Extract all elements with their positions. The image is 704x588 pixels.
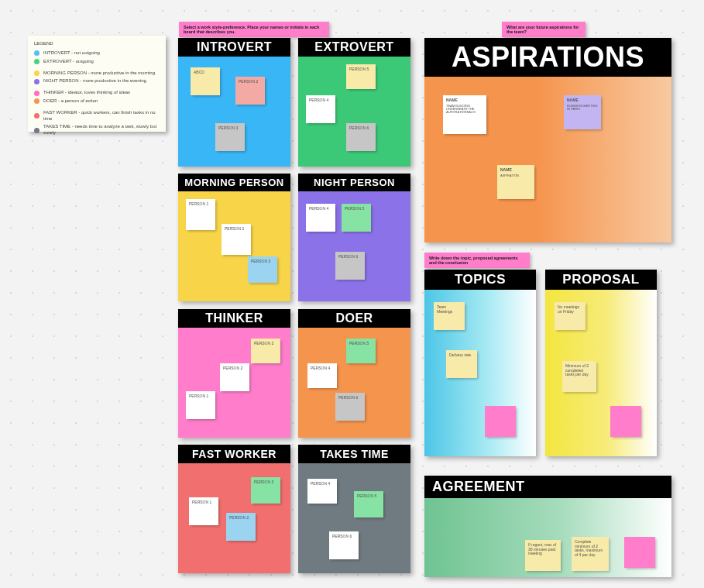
sticky-note[interactable]: PERSON 6 — [346, 123, 376, 151]
board-doer[interactable]: DOER PERSON 5 PERSON 4 PERSON 6 — [298, 309, 410, 438]
board-extrovert[interactable]: EXTROVERT PERSON 5 PERSON 4 PERSON 6 — [298, 38, 410, 167]
board-fast-title: FAST WORKER — [178, 445, 290, 463]
sticky-note[interactable]: Team Meetings — [434, 302, 465, 330]
board-thinker[interactable]: THINKER PERSON 3 PERSON 2 PERSON 1 — [178, 309, 290, 438]
legend-dot-icon — [34, 113, 39, 119]
board-agreement-title: AGREEMENT — [424, 476, 671, 498]
legend-dot-icon — [34, 70, 39, 76]
note-body: ASPIRATION — [500, 174, 531, 177]
board-topics[interactable]: TOPICS Team Meetings Delivery rate — [424, 270, 536, 456]
sticky-note[interactable]: PERSON 2 — [222, 224, 251, 255]
legend-text: THINKER - ideator, loves thinking of ide… — [43, 90, 130, 96]
legend-text: DOER - a person of action — [43, 98, 98, 105]
legend-item: INTROVERT - not outgoing — [34, 50, 160, 57]
sticky-note[interactable]: PERSON 3 — [215, 123, 245, 151]
legend-text: EXTROVERT - outgoing — [43, 59, 94, 65]
sticky-note[interactable]: PERSON 1 — [186, 391, 215, 419]
sticky-note[interactable]: ABCD — [191, 67, 220, 95]
legend-dot-icon — [34, 59, 39, 64]
legend-text: MORNING PERSON - more productive in the … — [43, 70, 155, 77]
note-body: TEAM BUILDING UNDERNEATH THE AURORA BORE… — [446, 105, 483, 115]
sticky-note[interactable]: PERSON 3 — [248, 256, 277, 283]
board-proposal-title: PROPOSAL — [545, 270, 657, 290]
sticky-note[interactable] — [485, 406, 516, 437]
board-topics-title: TOPICS — [424, 270, 536, 290]
sticky-note[interactable]: PERSON 5 — [346, 339, 376, 363]
board-morning[interactable]: MORNING PERSON PERSON 1 PERSON 2 PERSON … — [178, 174, 290, 301]
sticky-note[interactable]: PERSON 4 — [307, 363, 337, 388]
sticky-note[interactable]: PERSON 5 — [346, 64, 376, 89]
board-takes-title: TAKES TIME — [298, 445, 410, 463]
sticky-note[interactable]: PERSON 1 — [186, 199, 215, 230]
sticky-note[interactable]: PERSON 1 — [189, 497, 218, 525]
legend-text: INTROVERT - not outgoing — [43, 50, 100, 57]
sticky-note[interactable] — [624, 537, 655, 568]
sticky-note[interactable]: Minimum of 2 completed tasks per day — [562, 361, 596, 392]
banner-workstyle: Select a work style-preference. Place yo… — [179, 22, 329, 37]
sticky-note[interactable]: PERSON 5 — [354, 491, 383, 518]
board-extrovert-title: EXTROVERT — [298, 38, 410, 57]
sticky-note[interactable]: PERSON 6 — [335, 393, 365, 421]
sticky-note[interactable]: NAME ASPIRATION — [497, 165, 534, 199]
board-aspirations-title: ASPIRATIONS — [424, 38, 671, 77]
board-introvert[interactable]: INTROVERT ABCD PERSON 2 PERSON 3 — [178, 38, 290, 167]
sticky-note[interactable]: NAME BUSINESS MEETING IN PARIS — [564, 95, 601, 129]
sticky-note[interactable]: PERSON 3 — [251, 477, 280, 504]
legend-title: LEGEND — [34, 41, 160, 46]
legend-text: FAST WORKER - quick workers, can finish … — [43, 110, 160, 122]
sticky-note[interactable]: PERSON 5 — [342, 204, 371, 232]
board-fast[interactable]: FAST WORKER PERSON 3 PERSON 1 PERSON 2 — [178, 445, 290, 573]
sticky-note[interactable]: PERSON 2 — [235, 77, 265, 105]
sticky-note[interactable]: PERSON 4 — [306, 95, 335, 123]
sticky-note[interactable]: Delivery rate — [446, 350, 477, 378]
banner-aspirations: What are your future aspirations for the… — [502, 22, 586, 37]
board-aspirations[interactable]: ASPIRATIONS NAME TEAM BUILDING UNDERNEAT… — [424, 38, 671, 242]
legend-dot-icon — [34, 91, 39, 96]
legend-dot-icon — [34, 128, 39, 133]
sticky-note[interactable]: PERSON 6 — [335, 252, 365, 280]
board-thinker-title: THINKER — [178, 309, 290, 328]
sticky-note[interactable]: PERSON 4 — [307, 479, 337, 504]
sticky-note[interactable]: Complete minimum of 2 tasks, maximum of … — [572, 537, 609, 571]
board-takes[interactable]: TAKES TIME PERSON 4 PERSON 5 PERSON 6 — [298, 445, 410, 573]
legend-item: DOER - a person of action — [34, 98, 160, 105]
legend-item: NIGHT PERSON - more productive in the ev… — [34, 78, 160, 84]
board-introvert-title: INTROVERT — [178, 38, 290, 57]
sticky-note[interactable]: PERSON 2 — [226, 513, 256, 541]
board-night-title: NIGHT PERSON — [298, 174, 410, 191]
sticky-note[interactable]: If urgent, max of 30 minutes paid meetin… — [525, 540, 561, 571]
note-name: NAME — [446, 98, 483, 103]
legend-dot-icon — [34, 98, 39, 104]
note-name: NAME — [567, 98, 598, 103]
legend-dot-icon — [34, 50, 39, 56]
legend-panel: LEGEND INTROVERT - not outgoingEXTROVERT… — [28, 36, 166, 132]
board-doer-title: DOER — [298, 309, 410, 328]
legend-rows: INTROVERT - not outgoingEXTROVERT - outg… — [34, 50, 160, 136]
legend-text: TAKES TIME - needs time to analyze a tas… — [43, 124, 160, 136]
legend-text: NIGHT PERSON - more productive in the ev… — [43, 78, 146, 84]
sticky-note[interactable]: NAME TEAM BUILDING UNDERNEATH THE AURORA… — [443, 95, 486, 134]
board-proposal[interactable]: PROPOSAL No meetings on Friday Minimum o… — [545, 270, 657, 456]
legend-dot-icon — [34, 79, 39, 84]
sticky-note[interactable]: PERSON 3 — [251, 339, 280, 363]
legend-item: EXTROVERT - outgoing — [34, 59, 160, 65]
sticky-note[interactable]: PERSON 4 — [306, 204, 335, 232]
board-night[interactable]: NIGHT PERSON PERSON 4 PERSON 5 PERSON 6 — [298, 174, 410, 301]
sticky-note[interactable]: No meetings on Friday — [555, 302, 586, 330]
board-agreement[interactable]: AGREEMENT If urgent, max of 30 minutes p… — [424, 476, 671, 577]
note-body: BUSINESS MEETING IN PARIS — [567, 105, 598, 112]
board-morning-title: MORNING PERSON — [178, 174, 290, 191]
banner-agreements: Write down the topic, proposed agreement… — [424, 253, 530, 268]
note-name: NAME — [500, 168, 531, 173]
sticky-note[interactable]: PERSON 2 — [220, 363, 249, 391]
sticky-note[interactable] — [610, 406, 641, 437]
legend-item: MORNING PERSON - more productive in the … — [34, 70, 160, 77]
legend-item: TAKES TIME - needs time to analyze a tas… — [34, 124, 160, 136]
legend-item: THINKER - ideator, loves thinking of ide… — [34, 90, 160, 96]
sticky-note[interactable]: PERSON 6 — [329, 531, 359, 559]
legend-item: FAST WORKER - quick workers, can finish … — [34, 110, 160, 122]
